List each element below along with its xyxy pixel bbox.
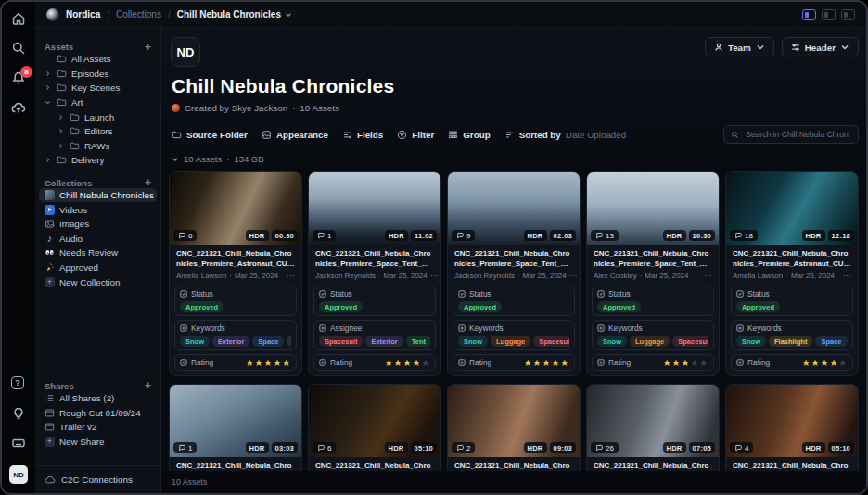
sidebar-item-needs-review[interactable]: Needs Review [39,246,157,260]
asset-card[interactable]: 9 HDR02:03 CNC_221321_Chill_Nebula_Chron… [447,171,581,376]
chevron-down-icon[interactable] [45,99,52,106]
status-field[interactable]: Status Approved [592,286,714,316]
chevron-right-icon[interactable] [45,70,52,77]
asset-thumbnail[interactable]: 26 HDR07:05 [587,385,719,457]
keyword-chip[interactable]: Snow [458,336,488,347]
keywords-field[interactable]: Keywords Snow Luggage Spacesuit +3 [592,320,714,350]
sidebar-item-editors[interactable]: Editors [39,124,157,139]
layout-panel-view-icon[interactable] [841,9,855,20]
status-field[interactable]: Status Approved [731,286,853,316]
star-rating[interactable]: ★★★★★ [662,359,708,367]
assignee-field[interactable]: Assignee Spacesuit Exterior Tent +3 [313,320,436,350]
asset-thumbnail[interactable]: 9 HDR02:03 [448,172,580,245]
sidebar-item-new-collection[interactable]: + New Collection [39,274,157,289]
more-menu-icon[interactable]: ⋯ [843,272,851,280]
status-field[interactable]: Status Approved [313,286,436,316]
search-input[interactable] [744,129,851,140]
sidebar-item-delivery[interactable]: Delivery [39,153,157,168]
fields-button[interactable]: Fields [342,130,383,140]
keyword-chip[interactable]: Snow [180,336,210,347]
more-menu-icon[interactable]: ⋯ [569,272,578,280]
asset-thumbnail[interactable]: 18 HDR12:18 [726,172,858,245]
filter-button[interactable]: Filter [397,130,434,140]
status-chip[interactable]: Approved [319,301,363,312]
sidebar-item-art[interactable]: Art [39,95,157,110]
chevron-right-icon[interactable] [45,84,52,91]
keyword-chip[interactable]: Luggage [491,336,530,347]
group-button[interactable]: Group [448,130,490,140]
asset-thumbnail[interactable]: 6 HDR00:30 [170,172,301,245]
keyboard-icon[interactable] [11,436,26,451]
sort-button[interactable]: Sorted by Date Uploaded [504,130,627,140]
appearance-button[interactable]: Appearance [262,130,328,140]
rating-field[interactable]: Rating ★★★★★ [731,354,853,371]
keyword-chip[interactable]: Tent [406,336,430,347]
source-folder-button[interactable]: Source Folder [172,130,248,140]
workspace-logo[interactable] [46,8,59,21]
breadcrumb-collections[interactable]: Collections [116,9,161,19]
asset-card[interactable]: 18 HDR12:18 CNC_221321_Chill_Nebula_Chro… [725,171,859,376]
keywords-field[interactable]: Keywords Snow Flashlight Space +3 [731,320,853,350]
sidebar-item-raws[interactable]: RAWs [39,139,157,154]
asset-thumbnail[interactable]: 4 HDR05:10 [726,385,858,457]
keyword-chip[interactable]: Space [815,336,847,347]
breadcrumb-workspace[interactable]: Nordica [66,9,100,19]
star-rating[interactable]: ★★★★★ [523,359,569,367]
keyword-chip[interactable]: Spacesuit [533,336,569,347]
asset-thumbnail[interactable]: 1 HDR03:03 [170,385,301,457]
rating-field[interactable]: Rating ★★★★★ [453,354,575,371]
asset-thumbnail[interactable]: 2 HDR09:03 [448,385,580,457]
header-button[interactable]: Header [782,37,859,57]
star-rating[interactable]: ★★★★★ [801,359,848,367]
asset-thumbnail[interactable]: 13 HDR10:30 [587,172,719,245]
layout-sidebar-view-icon[interactable] [802,9,816,20]
asset-card[interactable]: 6 HDR00:30 CNC_221321_Chill_Nebula_Chron… [169,171,302,376]
sidebar-item-launch[interactable]: Launch [39,109,157,124]
sidebar-item-images[interactable]: Images [39,217,157,232]
sidebar-item-key-scenes[interactable]: Key Scenes [39,81,157,95]
sidebar-item-audio[interactable]: ♪ Audio [39,232,157,247]
more-menu-icon[interactable]: ⋯ [287,272,295,280]
keyword-chip[interactable]: Snow [597,336,627,347]
search-icon[interactable] [11,41,26,56]
keyword-chip[interactable]: Exterior [365,336,402,347]
team-button[interactable]: Team [705,37,774,57]
notifications-bell-icon[interactable]: 8 [11,70,26,85]
help-icon[interactable]: ? [11,376,26,391]
rating-field[interactable]: Rating ★★★★★ [313,354,436,371]
add-share-icon[interactable]: + [145,381,151,390]
upload-cloud-icon[interactable] [11,100,26,115]
add-asset-icon[interactable]: + [145,43,151,52]
rating-field[interactable]: Rating ★★★★★ [174,354,297,371]
asset-card[interactable]: 13 HDR10:30 CNC_221321_Chill_Nebula_Chro… [586,171,720,376]
chevron-right-icon[interactable] [57,114,65,121]
breadcrumb-current[interactable]: Chill Nebula Chronicles [177,9,292,19]
idea-bulb-icon[interactable] [11,406,26,421]
search-box[interactable] [723,125,859,144]
c2c-connections[interactable]: C2C Connections [35,465,160,493]
asset-thumbnail[interactable]: 1 HDR11:02 [309,172,440,245]
sidebar-item-videos[interactable]: Videos [39,202,157,217]
keywords-field[interactable]: Keywords Snow Luggage Spacesuit +3 [453,320,575,350]
layout-split-view-icon[interactable] [822,9,836,20]
sidebar-item-all-shares[interactable]: All Shares (2) [39,391,157,406]
keyword-chip[interactable]: Spacesuit [319,336,363,347]
add-collection-icon[interactable]: + [145,178,151,187]
chevron-right-icon[interactable] [45,157,52,163]
sidebar-item-all-assets[interactable]: All Assets [39,52,157,67]
keyword-chip[interactable]: Snow [736,336,766,347]
home-icon[interactable] [11,11,26,26]
keyword-chip[interactable]: Spacesuit [672,336,708,347]
status-field[interactable]: Status Approved [453,286,575,316]
status-chip[interactable]: Approved [180,301,223,312]
more-menu-icon[interactable]: ⋯ [430,272,439,280]
more-keywords-chip[interactable]: +3 [287,336,291,347]
sidebar-item-rough-cut[interactable]: Rough Cut 01/09/24 [39,406,157,421]
sidebar-item-approved[interactable]: Approved [39,260,157,275]
chevron-down-icon[interactable] [172,156,179,163]
sidebar-item-new-share[interactable]: + New Share [39,435,157,450]
user-avatar[interactable]: ND [9,465,28,484]
sidebar-item-trailer-v2[interactable]: Trailer v2 [39,420,157,435]
status-chip[interactable]: Approved [736,301,780,312]
star-rating[interactable]: ★★★★★ [245,359,291,367]
